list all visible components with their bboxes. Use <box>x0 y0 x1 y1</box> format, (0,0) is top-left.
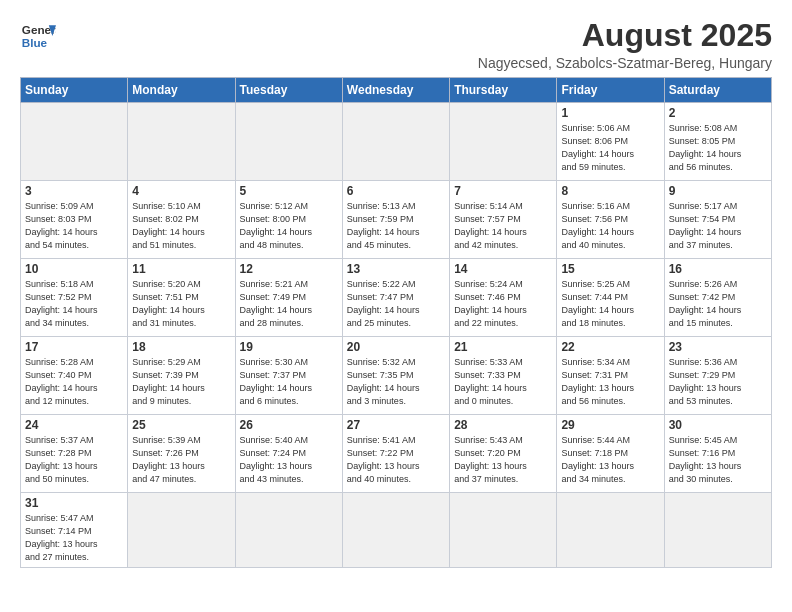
day-header-sunday: Sunday <box>21 78 128 103</box>
day-info: Sunrise: 5:24 AM Sunset: 7:46 PM Dayligh… <box>454 278 552 330</box>
day-number: 13 <box>347 262 445 276</box>
day-number: 20 <box>347 340 445 354</box>
day-header-friday: Friday <box>557 78 664 103</box>
day-number: 30 <box>669 418 767 432</box>
day-info: Sunrise: 5:16 AM Sunset: 7:56 PM Dayligh… <box>561 200 659 252</box>
day-info: Sunrise: 5:32 AM Sunset: 7:35 PM Dayligh… <box>347 356 445 408</box>
calendar-cell: 6Sunrise: 5:13 AM Sunset: 7:59 PM Daylig… <box>342 181 449 259</box>
calendar-cell: 4Sunrise: 5:10 AM Sunset: 8:02 PM Daylig… <box>128 181 235 259</box>
calendar-cell: 25Sunrise: 5:39 AM Sunset: 7:26 PM Dayli… <box>128 415 235 493</box>
day-info: Sunrise: 5:33 AM Sunset: 7:33 PM Dayligh… <box>454 356 552 408</box>
day-info: Sunrise: 5:13 AM Sunset: 7:59 PM Dayligh… <box>347 200 445 252</box>
week-row-4: 17Sunrise: 5:28 AM Sunset: 7:40 PM Dayli… <box>21 337 772 415</box>
calendar-table: SundayMondayTuesdayWednesdayThursdayFrid… <box>20 77 772 568</box>
calendar-cell: 2Sunrise: 5:08 AM Sunset: 8:05 PM Daylig… <box>664 103 771 181</box>
day-info: Sunrise: 5:17 AM Sunset: 7:54 PM Dayligh… <box>669 200 767 252</box>
day-info: Sunrise: 5:12 AM Sunset: 8:00 PM Dayligh… <box>240 200 338 252</box>
calendar-cell: 11Sunrise: 5:20 AM Sunset: 7:51 PM Dayli… <box>128 259 235 337</box>
calendar-cell <box>235 103 342 181</box>
day-info: Sunrise: 5:30 AM Sunset: 7:37 PM Dayligh… <box>240 356 338 408</box>
day-info: Sunrise: 5:20 AM Sunset: 7:51 PM Dayligh… <box>132 278 230 330</box>
day-header-thursday: Thursday <box>450 78 557 103</box>
calendar-cell <box>128 103 235 181</box>
calendar-cell: 1Sunrise: 5:06 AM Sunset: 8:06 PM Daylig… <box>557 103 664 181</box>
calendar-header: General Blue August 2025 Nagyecsed, Szab… <box>20 18 772 71</box>
day-number: 31 <box>25 496 123 510</box>
calendar-cell: 9Sunrise: 5:17 AM Sunset: 7:54 PM Daylig… <box>664 181 771 259</box>
calendar-title: August 2025 <box>478 18 772 53</box>
day-number: 1 <box>561 106 659 120</box>
day-number: 9 <box>669 184 767 198</box>
day-number: 15 <box>561 262 659 276</box>
calendar-cell: 31Sunrise: 5:47 AM Sunset: 7:14 PM Dayli… <box>21 493 128 568</box>
day-number: 22 <box>561 340 659 354</box>
day-info: Sunrise: 5:37 AM Sunset: 7:28 PM Dayligh… <box>25 434 123 486</box>
calendar-cell: 18Sunrise: 5:29 AM Sunset: 7:39 PM Dayli… <box>128 337 235 415</box>
day-number: 24 <box>25 418 123 432</box>
day-info: Sunrise: 5:43 AM Sunset: 7:20 PM Dayligh… <box>454 434 552 486</box>
day-header-tuesday: Tuesday <box>235 78 342 103</box>
day-info: Sunrise: 5:34 AM Sunset: 7:31 PM Dayligh… <box>561 356 659 408</box>
calendar-cell: 22Sunrise: 5:34 AM Sunset: 7:31 PM Dayli… <box>557 337 664 415</box>
day-header-monday: Monday <box>128 78 235 103</box>
calendar-cell: 20Sunrise: 5:32 AM Sunset: 7:35 PM Dayli… <box>342 337 449 415</box>
day-number: 11 <box>132 262 230 276</box>
calendar-cell: 30Sunrise: 5:45 AM Sunset: 7:16 PM Dayli… <box>664 415 771 493</box>
day-header-saturday: Saturday <box>664 78 771 103</box>
day-number: 5 <box>240 184 338 198</box>
day-info: Sunrise: 5:08 AM Sunset: 8:05 PM Dayligh… <box>669 122 767 174</box>
day-info: Sunrise: 5:25 AM Sunset: 7:44 PM Dayligh… <box>561 278 659 330</box>
calendar-cell: 5Sunrise: 5:12 AM Sunset: 8:00 PM Daylig… <box>235 181 342 259</box>
calendar-cell: 8Sunrise: 5:16 AM Sunset: 7:56 PM Daylig… <box>557 181 664 259</box>
day-header-wednesday: Wednesday <box>342 78 449 103</box>
day-info: Sunrise: 5:06 AM Sunset: 8:06 PM Dayligh… <box>561 122 659 174</box>
calendar-cell: 7Sunrise: 5:14 AM Sunset: 7:57 PM Daylig… <box>450 181 557 259</box>
day-number: 25 <box>132 418 230 432</box>
day-number: 14 <box>454 262 552 276</box>
calendar-cell <box>128 493 235 568</box>
calendar-cell <box>21 103 128 181</box>
day-number: 19 <box>240 340 338 354</box>
day-number: 28 <box>454 418 552 432</box>
calendar-cell: 21Sunrise: 5:33 AM Sunset: 7:33 PM Dayli… <box>450 337 557 415</box>
week-row-6: 31Sunrise: 5:47 AM Sunset: 7:14 PM Dayli… <box>21 493 772 568</box>
calendar-cell <box>235 493 342 568</box>
day-number: 18 <box>132 340 230 354</box>
day-number: 3 <box>25 184 123 198</box>
calendar-cell: 12Sunrise: 5:21 AM Sunset: 7:49 PM Dayli… <box>235 259 342 337</box>
day-number: 12 <box>240 262 338 276</box>
calendar-cell <box>664 493 771 568</box>
day-info: Sunrise: 5:44 AM Sunset: 7:18 PM Dayligh… <box>561 434 659 486</box>
day-info: Sunrise: 5:22 AM Sunset: 7:47 PM Dayligh… <box>347 278 445 330</box>
day-info: Sunrise: 5:29 AM Sunset: 7:39 PM Dayligh… <box>132 356 230 408</box>
logo-icon: General Blue <box>20 18 56 54</box>
day-info: Sunrise: 5:40 AM Sunset: 7:24 PM Dayligh… <box>240 434 338 486</box>
day-number: 7 <box>454 184 552 198</box>
calendar-cell <box>342 493 449 568</box>
day-info: Sunrise: 5:10 AM Sunset: 8:02 PM Dayligh… <box>132 200 230 252</box>
day-number: 8 <box>561 184 659 198</box>
calendar-subtitle: Nagyecsed, Szabolcs-Szatmar-Bereg, Hunga… <box>478 55 772 71</box>
day-number: 26 <box>240 418 338 432</box>
calendar-cell: 26Sunrise: 5:40 AM Sunset: 7:24 PM Dayli… <box>235 415 342 493</box>
calendar-cell: 14Sunrise: 5:24 AM Sunset: 7:46 PM Dayli… <box>450 259 557 337</box>
calendar-cell: 17Sunrise: 5:28 AM Sunset: 7:40 PM Dayli… <box>21 337 128 415</box>
logo: General Blue <box>20 18 56 54</box>
day-info: Sunrise: 5:47 AM Sunset: 7:14 PM Dayligh… <box>25 512 123 564</box>
day-info: Sunrise: 5:28 AM Sunset: 7:40 PM Dayligh… <box>25 356 123 408</box>
day-info: Sunrise: 5:45 AM Sunset: 7:16 PM Dayligh… <box>669 434 767 486</box>
day-info: Sunrise: 5:36 AM Sunset: 7:29 PM Dayligh… <box>669 356 767 408</box>
day-number: 6 <box>347 184 445 198</box>
calendar-cell: 15Sunrise: 5:25 AM Sunset: 7:44 PM Dayli… <box>557 259 664 337</box>
title-block: August 2025 Nagyecsed, Szabolcs-Szatmar-… <box>478 18 772 71</box>
day-number: 27 <box>347 418 445 432</box>
calendar-cell: 16Sunrise: 5:26 AM Sunset: 7:42 PM Dayli… <box>664 259 771 337</box>
calendar-cell: 3Sunrise: 5:09 AM Sunset: 8:03 PM Daylig… <box>21 181 128 259</box>
week-row-2: 3Sunrise: 5:09 AM Sunset: 8:03 PM Daylig… <box>21 181 772 259</box>
days-header-row: SundayMondayTuesdayWednesdayThursdayFrid… <box>21 78 772 103</box>
day-info: Sunrise: 5:41 AM Sunset: 7:22 PM Dayligh… <box>347 434 445 486</box>
calendar-cell <box>450 103 557 181</box>
day-info: Sunrise: 5:09 AM Sunset: 8:03 PM Dayligh… <box>25 200 123 252</box>
day-number: 17 <box>25 340 123 354</box>
calendar-cell: 28Sunrise: 5:43 AM Sunset: 7:20 PM Dayli… <box>450 415 557 493</box>
